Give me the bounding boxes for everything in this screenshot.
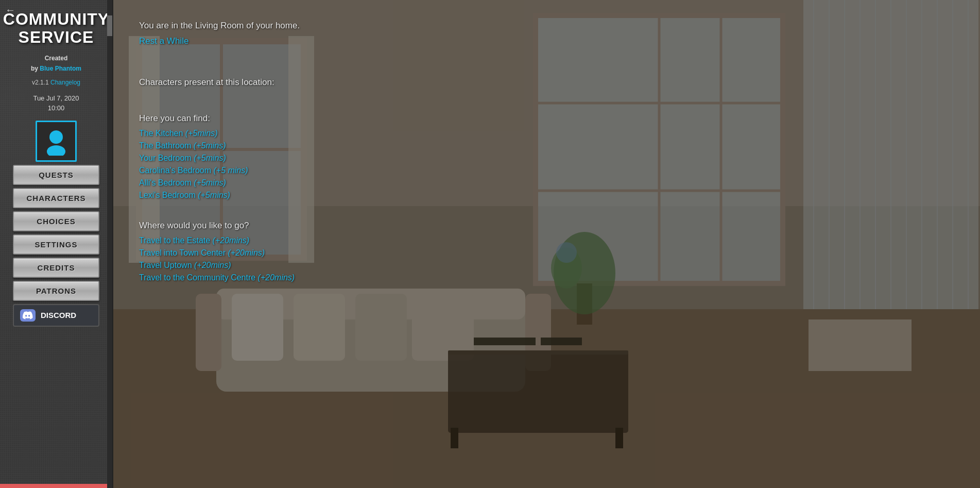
travel-uptown-time: (+20mins) [194,261,231,270]
carolina-bedroom-link[interactable]: Carolina's Bedroom [139,166,211,175]
sidebar-scrollbar[interactable] [107,0,112,488]
travel-uptown-link[interactable]: Travel Uptown [139,261,192,270]
kitchen-time: (+5mins) [185,129,218,138]
go-label: Where would you like to go? [139,221,954,231]
nav-quests[interactable]: QUESTS [13,165,99,185]
time-display: 10:00 [33,103,79,113]
travel-town-center-link[interactable]: Travel into Town Center [139,248,226,257]
nav-settings[interactable]: SETTINGS [13,234,99,255]
travel-community-centre-time: (+20mins) [258,273,295,282]
game-title: COMMUNITY SERVICE [0,10,113,46]
travel-estate-link[interactable]: Travel to the Estate [139,236,210,245]
changelog-link[interactable]: Changelog [50,79,80,86]
travel-town-center: Travel into Town Center (+20mins) [139,248,954,258]
alli-bedroom-time: (+5mins) [194,178,226,187]
date-time: Tue Jul 7, 2020 10:00 [33,93,79,113]
find-section: Here you can find: The Kitchen (+5mins) … [139,113,954,200]
your-bedroom-link[interactable]: Your Bedroom [139,154,192,162]
lexi-bedroom-time: (+5mins) [198,191,230,199]
lexi-bedroom-link[interactable]: Lexi's Bedroom [139,191,196,199]
characters-label: Characters present at this location: [139,77,954,88]
nav-characters[interactable]: CHARACTERS [13,188,99,208]
main-content: You are in the Living Room of your home.… [113,0,980,488]
avatar-container [36,121,77,162]
nav-credits[interactable]: CREDITS [13,258,99,278]
location-bathroom: The Bathroom (+5mins) [139,141,954,150]
creator-info: Created by Blue Phantom [31,54,81,73]
go-section: Where would you like to go? Travel to th… [139,221,954,282]
location-your-bedroom: Your Bedroom (+5mins) [139,154,954,163]
travel-community-centre: Travel to the Community Centre (+20mins) [139,273,954,282]
travel-uptown: Travel Uptown (+20mins) [139,261,954,270]
travel-community-centre-link[interactable]: Travel to the Community Centre [139,273,255,282]
discord-logo [20,309,36,322]
travel-town-center-time: (+20mins) [228,248,265,257]
location-kitchen: The Kitchen (+5mins) [139,129,954,138]
find-label: Here you can find: [139,113,954,124]
version-info: v2.1.1 Changelog [32,79,80,86]
rest-link[interactable]: Rest a While [139,36,188,46]
content-overlay: You are in the Living Room of your home.… [113,0,980,488]
svg-point-0 [49,130,63,144]
svg-point-1 [47,145,65,156]
back-button[interactable]: ← [5,4,15,16]
avatar-icon [42,127,71,156]
travel-estate: Travel to the Estate (+20mins) [139,236,954,245]
location-carolina-bedroom: Carolina's Bedroom (+5 mins) [139,166,954,175]
discord-label: DISCORD [41,311,76,319]
characters-section: Characters present at this location: [139,77,954,88]
kitchen-link[interactable]: The Kitchen [139,129,183,138]
nav-patrons[interactable]: PATRONS [13,281,99,301]
alli-bedroom-link[interactable]: Alli's Bedroom [139,178,192,187]
nav-choices[interactable]: CHOICES [13,211,99,231]
location-text: You are in the Living Room of your home. [139,21,954,31]
travel-estate-time: (+20mins) [213,236,250,245]
location-lexi-bedroom: Lexi's Bedroom (+5mins) [139,191,954,200]
sidebar: ← COMMUNITY SERVICE Created by Blue Phan… [0,0,113,488]
creator-link[interactable]: Blue Phantom [40,65,81,72]
sidebar-bottom-bar [0,484,112,488]
location-alli-bedroom: Alli's Bedroom (+5mins) [139,178,954,188]
sidebar-scroll-thumb[interactable] [107,15,112,36]
your-bedroom-time: (+5mins) [194,154,226,162]
bathroom-link[interactable]: The Bathroom [139,141,191,150]
date-display: Tue Jul 7, 2020 [33,93,79,104]
discord-button[interactable]: DISCORD [13,304,99,327]
carolina-bedroom-time: (+5 mins) [213,166,248,175]
bathroom-time: (+5mins) [194,141,226,150]
